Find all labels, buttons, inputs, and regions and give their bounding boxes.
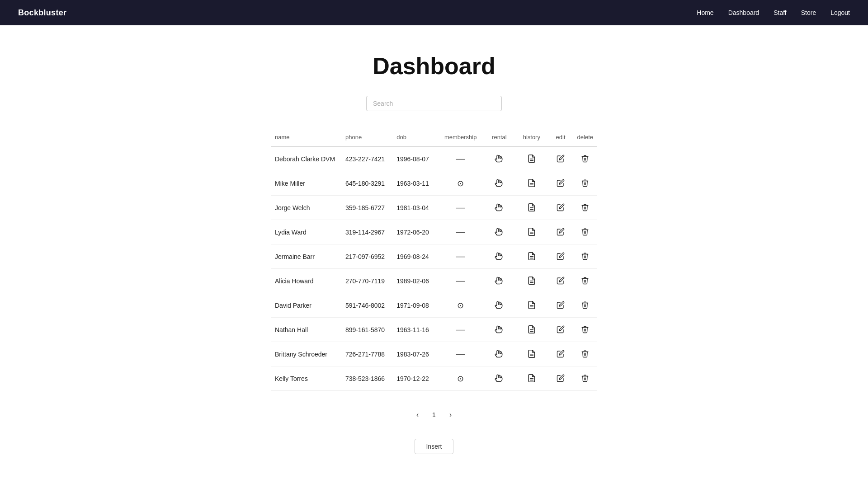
rental-button[interactable] — [494, 324, 505, 335]
history-button[interactable] — [526, 202, 537, 213]
membership-dash: — — [456, 202, 465, 212]
delete-button[interactable] — [580, 202, 590, 212]
cell-edit[interactable] — [548, 146, 574, 171]
cell-history[interactable] — [515, 293, 547, 318]
rental-button[interactable] — [494, 226, 505, 237]
cell-history[interactable] — [515, 366, 547, 391]
history-button[interactable] — [526, 178, 537, 188]
cell-delete[interactable] — [574, 269, 597, 293]
cell-rental[interactable] — [483, 244, 515, 269]
delete-button[interactable] — [580, 324, 590, 334]
cell-history[interactable] — [515, 342, 547, 366]
rental-button[interactable] — [494, 153, 505, 164]
nav-staff[interactable]: Staff — [774, 9, 787, 16]
cell-rental[interactable] — [483, 342, 515, 366]
delete-button[interactable] — [580, 349, 590, 359]
insert-button[interactable]: Insert — [415, 439, 453, 454]
cell-edit[interactable] — [548, 196, 574, 220]
history-button[interactable] — [526, 275, 537, 286]
rental-button[interactable] — [494, 275, 505, 286]
edit-button[interactable] — [556, 227, 566, 237]
edit-button[interactable] — [556, 202, 566, 212]
cell-delete[interactable] — [574, 171, 597, 196]
cell-delete[interactable] — [574, 293, 597, 318]
cell-rental[interactable] — [483, 269, 515, 293]
cell-edit[interactable] — [548, 244, 574, 269]
rental-button[interactable] — [494, 348, 505, 359]
cell-history[interactable] — [515, 196, 547, 220]
history-button[interactable] — [526, 324, 537, 335]
history-button[interactable] — [526, 251, 537, 262]
edit-button[interactable] — [556, 251, 566, 261]
cell-delete[interactable] — [574, 196, 597, 220]
cell-history[interactable] — [515, 318, 547, 342]
cell-edit[interactable] — [548, 366, 574, 391]
rental-button[interactable] — [494, 251, 505, 262]
cell-history[interactable] — [515, 171, 547, 196]
history-button[interactable] — [526, 300, 537, 310]
delete-button[interactable] — [580, 373, 590, 383]
cell-rental[interactable] — [483, 146, 515, 171]
cell-edit[interactable] — [548, 269, 574, 293]
page-title: Dashboard — [271, 52, 597, 80]
cell-membership: — — [438, 220, 483, 244]
nav-dashboard[interactable]: Dashboard — [728, 9, 760, 16]
delete-button[interactable] — [580, 251, 590, 261]
cell-edit[interactable] — [548, 318, 574, 342]
nav-store[interactable]: Store — [801, 9, 816, 16]
cell-edit[interactable] — [548, 293, 574, 318]
edit-button[interactable] — [556, 349, 566, 359]
cell-delete[interactable] — [574, 318, 597, 342]
delete-button[interactable] — [580, 276, 590, 286]
document-icon — [527, 349, 536, 358]
document-icon — [527, 374, 536, 383]
cell-edit[interactable] — [548, 171, 574, 196]
cell-delete[interactable] — [574, 220, 597, 244]
edit-button[interactable] — [556, 373, 566, 383]
cell-membership: ⊙ — [438, 171, 483, 196]
cell-edit[interactable] — [548, 220, 574, 244]
cell-history[interactable] — [515, 220, 547, 244]
history-button[interactable] — [526, 153, 537, 164]
cell-rental[interactable] — [483, 220, 515, 244]
cell-rental[interactable] — [483, 171, 515, 196]
cell-membership: — — [438, 342, 483, 366]
cell-delete[interactable] — [574, 366, 597, 391]
history-button[interactable] — [526, 348, 537, 359]
pagination-next[interactable]: › — [446, 409, 455, 421]
cell-history[interactable] — [515, 146, 547, 171]
delete-button[interactable] — [580, 227, 590, 237]
col-header-phone: phone — [342, 129, 393, 146]
cell-rental[interactable] — [483, 366, 515, 391]
history-button[interactable] — [526, 226, 537, 237]
cell-delete[interactable] — [574, 342, 597, 366]
cell-delete[interactable] — [574, 244, 597, 269]
rental-button[interactable] — [494, 178, 505, 188]
nav-logout[interactable]: Logout — [830, 9, 850, 16]
pagination-prev[interactable]: ‹ — [413, 409, 422, 421]
edit-button[interactable] — [556, 324, 566, 334]
delete-button[interactable] — [580, 154, 590, 164]
history-button[interactable] — [526, 373, 537, 384]
edit-button[interactable] — [556, 276, 566, 286]
rental-button[interactable] — [494, 373, 505, 384]
cell-rental[interactable] — [483, 293, 515, 318]
col-header-name: name — [271, 129, 342, 146]
cell-edit[interactable] — [548, 342, 574, 366]
cell-history[interactable] — [515, 244, 547, 269]
cell-history[interactable] — [515, 269, 547, 293]
cell-rental[interactable] — [483, 196, 515, 220]
edit-button[interactable] — [556, 154, 566, 164]
nav-home[interactable]: Home — [697, 9, 713, 16]
edit-button[interactable] — [556, 300, 566, 310]
cell-rental[interactable] — [483, 318, 515, 342]
cell-delete[interactable] — [574, 146, 597, 171]
cell-membership: — — [438, 196, 483, 220]
document-icon — [527, 276, 536, 285]
rental-button[interactable] — [494, 202, 505, 213]
delete-button[interactable] — [580, 300, 590, 310]
edit-button[interactable] — [556, 178, 566, 188]
search-input[interactable] — [366, 96, 502, 111]
delete-button[interactable] — [580, 178, 590, 188]
rental-button[interactable] — [494, 300, 505, 310]
